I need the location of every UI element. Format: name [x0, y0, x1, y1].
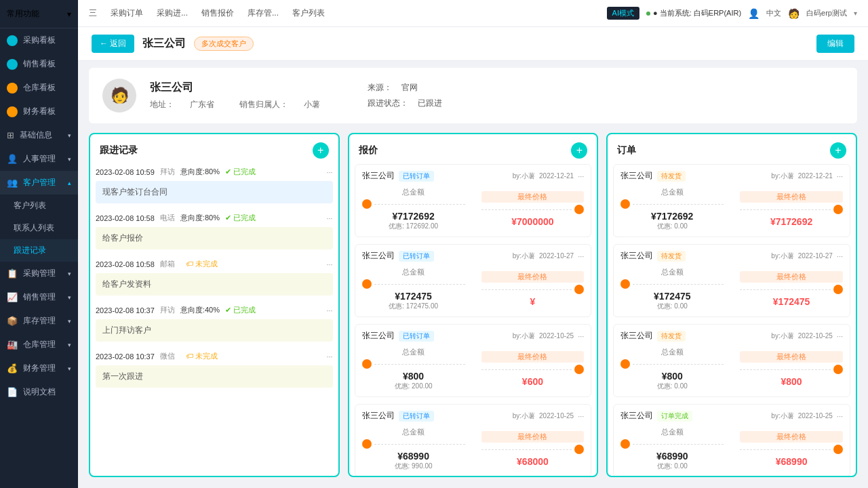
order-company: 张三公司	[620, 250, 653, 262]
quote-body: 张三公司 已转订单 by:小薯 2022-12-21 ··· 总金额	[349, 164, 597, 476]
follow-record-item: 2023-02-08 10:37 微信 🏷 未完成 ··· 第一次跟进	[96, 348, 333, 388]
chevron-down-icon: ▾	[854, 9, 857, 17]
language-button[interactable]: 中文	[766, 8, 781, 18]
follow-type: 电话	[160, 213, 175, 223]
final-price-value: ¥68000	[481, 456, 585, 467]
quote-more-button[interactable]: ···	[578, 172, 584, 180]
sidebar-header-arrow: ▾	[67, 9, 71, 19]
follow-status: 🏷 未完成	[186, 351, 218, 361]
back-button[interactable]: ← 返回	[92, 35, 134, 53]
follow-records-body: 2023-02-08 10:59 拜访 意向度:80% ✔ 已完成 ··· 现客…	[90, 164, 338, 476]
sidebar-sub-item-contact-list[interactable]: 联系人列表	[0, 217, 78, 239]
nav-sales-quote[interactable]: 销售报价	[201, 7, 234, 19]
final-price-value: ¥800	[740, 376, 843, 387]
customer-extra-info: 来源： 官网 跟进状态： 已跟进	[368, 82, 448, 109]
sidebar-item-sales-mgmt[interactable]: 📈 销售管理 ▾	[0, 285, 78, 309]
nav-customer-list[interactable]: 客户列表	[292, 7, 325, 19]
topnav-right: AI模式 ● 当前系统: 白码ERP(AIR) 👤 中文 🧑 白码erp测试 ▾	[607, 7, 857, 20]
quote-status-badge: 已转订单	[399, 331, 434, 342]
discount-value: 优惠: 200.00	[362, 382, 465, 391]
more-button[interactable]: ···	[327, 260, 333, 268]
chevron-icon: ▾	[68, 132, 71, 139]
order-card: 张三公司 订单完成 by:小薯 2022-10-25 ··· 总金额	[613, 404, 850, 476]
sidebar-item-purchase-board[interactable]: 采购看板	[0, 28, 78, 52]
price-dot-icon	[833, 445, 843, 454]
user-button[interactable]: 白码erp测试	[806, 8, 847, 18]
sidebar-item-label: 库存管理	[23, 315, 56, 327]
price-grid: 总金额 ¥800 优惠: 200.00 最终价格	[362, 347, 585, 391]
follow-record-item: 2023-02-08 10:59 拜访 意向度:80% ✔ 已完成 ··· 现客…	[96, 164, 333, 203]
three-column-layout: 跟进记录 + 2023-02-08 10:59 拜访 意向度:80% ✔ 已完成…	[78, 130, 868, 488]
total-value: ¥172475	[620, 291, 724, 302]
follow-records-panel: 跟进记录 + 2023-02-08 10:59 拜访 意向度:80% ✔ 已完成…	[89, 133, 340, 477]
quote-more-button[interactable]: ···	[578, 332, 584, 340]
quote-card-header: 张三公司 已转订单 by:小薯 2022-10-25 ···	[362, 410, 585, 422]
sidebar-header[interactable]: 常用功能 ▾	[0, 0, 78, 28]
more-button[interactable]: ···	[327, 352, 333, 361]
chevron-icon: ▾	[68, 294, 71, 301]
nav-purchase-more[interactable]: 采购进...	[157, 7, 188, 19]
sidebar-item-purchase-mgmt[interactable]: 📋 采购管理 ▾	[0, 262, 78, 285]
follow-status: ✔ 已完成	[225, 167, 256, 177]
sidebar-sub-item-follow-record[interactable]: 跟进记录	[0, 239, 78, 262]
total-label: 总金额	[620, 347, 724, 357]
order-more-button[interactable]: ···	[837, 252, 843, 260]
follow-meta: 2023-02-08 10:59 拜访 意向度:80% ✔ 已完成 ···	[96, 164, 333, 180]
nav-hamburger[interactable]: 三	[89, 7, 97, 19]
price-dot-icon	[362, 279, 372, 289]
price-grid: 总金额 ¥800 优惠: 0.00 最终价格	[620, 347, 843, 391]
total-value: ¥800	[620, 371, 724, 382]
nav-inventory[interactable]: 库存管...	[248, 7, 279, 19]
add-order-button[interactable]: +	[830, 142, 846, 159]
quote-more-button[interactable]: ···	[578, 252, 584, 260]
quote-card-header: 张三公司 已转订单 by:小薯 2022-10-25 ···	[362, 330, 585, 342]
follow-intent: 意向度:40%	[180, 305, 220, 315]
sidebar-item-sales-board[interactable]: 销售看板	[0, 52, 78, 76]
order-title: 订单	[617, 144, 636, 157]
order-more-button[interactable]: ···	[837, 172, 843, 180]
customer-icon: 👥	[7, 178, 18, 188]
more-button[interactable]: ···	[327, 306, 333, 314]
more-button[interactable]: ···	[327, 168, 333, 176]
order-card: 张三公司 待发货 by:小薯 2022-10-25 ··· 总金额	[613, 324, 850, 397]
sidebar: 常用功能 ▾ 采购看板 销售看板 仓库看板 财务看板 ⊞ 基础信息 ▾	[0, 0, 78, 488]
person-icon: 👤	[748, 8, 760, 19]
order-more-button[interactable]: ···	[837, 332, 843, 340]
chevron-icon: ▾	[68, 156, 71, 163]
inventory-icon: 📦	[7, 316, 18, 326]
final-price-label: 最终价格	[481, 271, 585, 283]
customer-address: 地址： 广东省 销售归属人： 小薯	[150, 99, 334, 110]
finance-icon: 💰	[7, 363, 18, 373]
quote-date: 2022-10-25	[539, 332, 574, 340]
final-price-label: 最终价格	[481, 431, 585, 443]
order-more-button[interactable]: ···	[837, 412, 843, 420]
sidebar-item-label: 采购管理	[23, 268, 56, 279]
nav-purchase-order[interactable]: 采购订单	[111, 7, 143, 19]
sidebar-item-docs[interactable]: 📄 说明文档	[0, 380, 78, 404]
final-price-value: ¥7000000	[481, 216, 585, 227]
sidebar-item-hr[interactable]: 👤 人事管理 ▾	[0, 147, 78, 171]
main-content: 三 采购订单 采购进... 销售报价 库存管... 客户列表 AI模式 ● 当前…	[78, 0, 868, 488]
sidebar-item-warehouse-board[interactable]: 仓库看板	[0, 76, 78, 100]
source-label: 来源：	[368, 83, 392, 92]
more-button[interactable]: ···	[327, 214, 333, 222]
chevron-icon: ▾	[68, 318, 71, 325]
edit-button[interactable]: 编辑	[816, 35, 854, 53]
discount-value: 优惠: 172692.00	[362, 222, 465, 231]
ai-mode-badge[interactable]: AI模式	[607, 7, 639, 20]
order-header: 订单 +	[608, 134, 856, 164]
orange-dot-icon	[7, 83, 18, 94]
quote-card: 张三公司 已转订单 by:小薯 2022-10-25 ··· 总金额	[355, 404, 592, 476]
sidebar-item-warehouse[interactable]: 🏭 仓库管理 ▾	[0, 333, 78, 357]
sidebar-item-finance-board[interactable]: 财务看板	[0, 100, 78, 123]
sidebar-item-customer-mgmt[interactable]: 👥 客户管理 ▴	[0, 171, 78, 195]
add-follow-button[interactable]: +	[313, 142, 329, 159]
add-quote-button[interactable]: +	[571, 142, 587, 159]
sidebar-item-inventory[interactable]: 📦 库存管理 ▾	[0, 309, 78, 333]
sales-label: 销售归属人：	[239, 100, 288, 109]
total-value: ¥7172692	[620, 211, 724, 222]
sidebar-item-basic-info[interactable]: ⊞ 基础信息 ▾	[0, 123, 78, 147]
sidebar-item-finance[interactable]: 💰 财务管理 ▾	[0, 357, 78, 380]
sidebar-sub-item-customer-list[interactable]: 客户列表	[0, 195, 78, 217]
quote-more-button[interactable]: ···	[578, 412, 584, 420]
